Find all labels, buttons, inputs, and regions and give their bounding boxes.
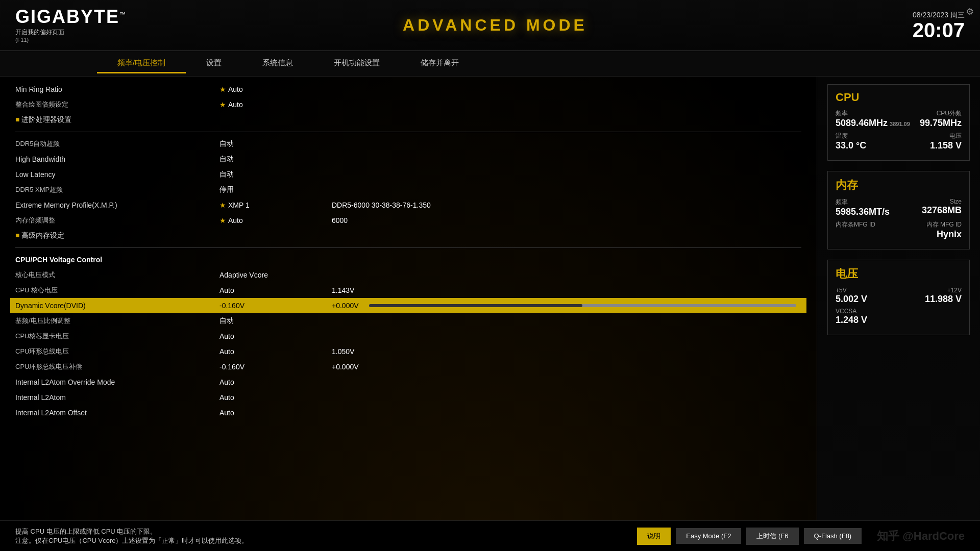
- setting-advanced-proc[interactable]: ■ 进阶处理器设置: [15, 112, 801, 128]
- logo-area: GIGABYTE™ 开启我的偏好页面 (F11): [15, 8, 128, 43]
- tab-boot[interactable]: 开机功能设置: [313, 54, 400, 73]
- time-info-button[interactable]: 上时信 (F6: [746, 528, 798, 545]
- setting-value: Auto: [219, 286, 332, 294]
- gear-icon[interactable]: ⚙: [966, 6, 974, 17]
- setting-l2atom-override[interactable]: Internal L2Atom Override Mode Auto: [15, 374, 801, 390]
- fav-label[interactable]: 开启我的偏好页面: [15, 28, 64, 37]
- tab-freq[interactable]: 频率/电压控制: [97, 54, 186, 73]
- setting-value: -0.160V: [219, 302, 332, 310]
- setting-value2: 1.143V: [332, 286, 354, 294]
- cpu-ext-freq-label: CPU外频: [920, 109, 962, 118]
- settings-panel: Min Ring Ratio ★Auto 整合绘图倍频设定 ★Auto ■ 进阶…: [0, 77, 817, 520]
- mem-freq-label: 频率: [836, 198, 890, 207]
- setting-name: High Bandwidth: [15, 155, 219, 163]
- setting-ring-volt[interactable]: CPU环形总线电压 Auto 1.050V: [15, 344, 801, 359]
- mem-mfg2-value: Hynix: [926, 229, 962, 240]
- mem-title: 内存: [836, 178, 962, 193]
- setting-cpu-vcore[interactable]: CPU 核心电压 Auto 1.143V: [15, 283, 801, 298]
- setting-bclk-ratio[interactable]: 基频/电压比例调整 自动: [15, 313, 801, 329]
- setting-value: Auto: [219, 332, 332, 340]
- setting-value: Auto: [219, 393, 332, 402]
- setting-value: ★Auto: [219, 101, 332, 109]
- setting-value: 自动: [219, 170, 332, 179]
- cpu-title: CPU: [836, 91, 962, 104]
- cpu-ext-freq-value: 99.75MHz: [920, 118, 962, 129]
- volt-vccsa-label: VCCSA: [836, 308, 867, 315]
- setting-name: Low Latency: [15, 170, 219, 179]
- volt-12v-value: 11.988 V: [925, 294, 962, 305]
- tab-fav[interactable]: [15, 59, 97, 68]
- setting-igpu-freq[interactable]: 整合绘图倍频设定 ★Auto: [15, 97, 801, 112]
- setting-section-pch: CPU/PCH Voltage Control: [15, 252, 801, 267]
- setting-value: ★XMP 1: [219, 201, 332, 209]
- setting-igpu-volt[interactable]: CPU核芯显卡电压 Auto: [15, 329, 801, 344]
- date-display: 08/23/2023 周三: [863, 11, 965, 20]
- time-display: 20:07: [863, 20, 965, 40]
- volt-title: 电压: [836, 266, 962, 282]
- setting-name: CPU/PCH Voltage Control: [15, 256, 219, 264]
- setting-advanced-mem[interactable]: ■ 高级内存设定: [15, 228, 801, 243]
- help-line1: 提高 CPU 电压的上限或降低 CPU 电压的下限。: [15, 527, 248, 536]
- volt-12v-label: +12V: [925, 287, 962, 294]
- setting-low-latency[interactable]: Low Latency 自动: [15, 167, 801, 182]
- dvid-progress-bar: [369, 304, 796, 307]
- mem-size-label: Size: [922, 198, 962, 205]
- explain-button[interactable]: 说明: [637, 528, 671, 545]
- mem-mfg-label: 内存条MFG ID: [836, 220, 875, 229]
- setting-high-bandwidth[interactable]: High Bandwidth 自动: [15, 152, 801, 167]
- logo-text: GIGABYTE™: [15, 8, 127, 26]
- datetime-area: 08/23/2023 周三 20:07: [863, 11, 965, 40]
- mem-mfg-row: 内存条MFG ID 内存 MFG ID Hynix: [836, 220, 962, 240]
- setting-name: Internal L2Atom Offset: [15, 409, 219, 417]
- setting-ring-volt-comp[interactable]: CPU环形总线电压补偿 -0.160V +0.000V: [15, 359, 801, 374]
- divider2: [15, 247, 801, 248]
- setting-ddr5-xmp[interactable]: DDR5 XMP超频 停用: [15, 182, 801, 197]
- setting-l2atom-offset[interactable]: Internal L2Atom Offset Auto: [15, 405, 801, 420]
- setting-name: DDR5自动超频: [15, 139, 219, 148]
- cpu-info-section: CPU 频率 5089.46MHz3891.09 CPU外频 99.75MHz: [827, 84, 970, 161]
- setting-name: CPU核芯显卡电压: [15, 332, 219, 341]
- tab-settings[interactable]: 设置: [186, 54, 242, 73]
- bottom-bar: 提高 CPU 电压的上限或降低 CPU 电压的下限。 注意。仅在CPU电压（CP…: [0, 520, 980, 551]
- help-line2: 注意。仅在CPU电压（CPU Vcore）上述设置为「正常」时才可以使用此选项。: [15, 536, 248, 545]
- tab-save[interactable]: 储存并离开: [400, 54, 479, 73]
- setting-ddr5-oc[interactable]: DDR5自动超频 自动: [15, 136, 801, 152]
- mem-mfg2-label: 内存 MFG ID: [926, 220, 962, 229]
- setting-value: 停用: [219, 185, 332, 194]
- mem-size-value: 32768MB: [922, 205, 962, 216]
- setting-value2: DDR5-6000 30-38-38-76-1.350: [332, 201, 431, 209]
- setting-name: Internal L2Atom: [15, 393, 219, 402]
- setting-value: ★Auto: [219, 216, 332, 224]
- mem-freq-value: 5985.36MT/s: [836, 207, 890, 217]
- setting-value: 自动: [219, 139, 332, 148]
- setting-vcore-mode[interactable]: 核心电压模式 Adaptive Vcore: [15, 267, 801, 283]
- setting-xmp-profile[interactable]: Extreme Memory Profile(X.M.P.) ★XMP 1 DD…: [15, 197, 801, 213]
- setting-value: -0.160V: [219, 363, 332, 371]
- setting-l2atom[interactable]: Internal L2Atom Auto: [15, 390, 801, 405]
- setting-value2: 6000: [332, 216, 348, 224]
- volt-vccsa-row: VCCSA 1.248 V: [836, 308, 962, 325]
- setting-min-ring-ratio[interactable]: Min Ring Ratio ★Auto: [15, 82, 801, 97]
- tab-sysinfo[interactable]: 系统信息: [242, 54, 313, 73]
- main-content: Min Ring Ratio ★Auto 整合绘图倍频设定 ★Auto ■ 进阶…: [0, 77, 980, 520]
- setting-name: 核心电压模式: [15, 270, 219, 280]
- setting-name: ■ 高级内存设定: [15, 231, 219, 240]
- help-text: 提高 CPU 电压的上限或降低 CPU 电压的下限。 注意。仅在CPU电压（CP…: [15, 527, 248, 545]
- volt-info-section: 电压 +5V 5.002 V +12V 11.988 V VCCSA 1.248…: [827, 260, 970, 335]
- setting-dvid[interactable]: Dynamic Vcore(DVID) -0.160V +0.000V: [10, 298, 806, 313]
- setting-name: Extreme Memory Profile(X.M.P.): [15, 201, 219, 209]
- setting-value: Auto: [219, 347, 332, 356]
- setting-name: Internal L2Atom Override Mode: [15, 378, 219, 386]
- qflash-button[interactable]: Q-Flash (F8): [804, 528, 862, 544]
- logo-brand: GIGABYTE: [15, 6, 119, 27]
- mem-freq-row: 频率 5985.36MT/s Size 32768MB: [836, 198, 962, 217]
- setting-value: 自动: [219, 316, 332, 325]
- cpu-freq-row: 频率 5089.46MHz3891.09 CPU外频 99.75MHz: [836, 109, 962, 129]
- dvid-progress-fill: [369, 304, 583, 307]
- setting-mem-ratio[interactable]: 内存倍频调整 ★Auto 6000: [15, 213, 801, 228]
- mem-info-section: 内存 频率 5985.36MT/s Size 32768MB 内存条MFG ID: [827, 171, 970, 249]
- easy-mode-button[interactable]: Easy Mode (F2: [676, 528, 741, 544]
- setting-value2: +0.000V: [332, 302, 359, 310]
- logo-tm: ™: [119, 11, 127, 18]
- setting-name: ■ 进阶处理器设置: [15, 115, 219, 124]
